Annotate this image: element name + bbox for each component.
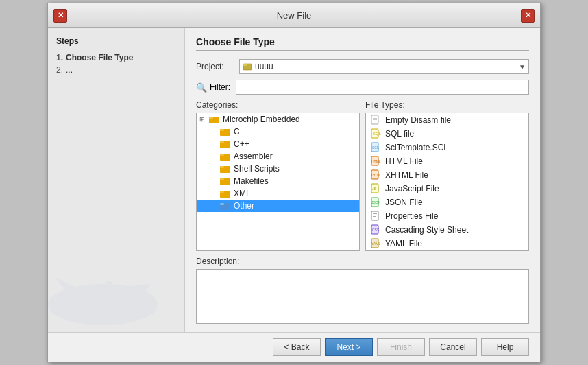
filetype-html[interactable]: HTML HTML File	[366, 154, 528, 168]
filetype-css[interactable]: CSS Cascading Style Sheet	[366, 223, 528, 237]
filetype-properties[interactable]: Properties File	[366, 209, 528, 223]
file-icon: YAML	[370, 238, 381, 249]
svg-rect-3	[106, 281, 112, 301]
file-icon: SCL	[370, 142, 381, 153]
finish-button[interactable]: Finish	[377, 338, 425, 356]
svg-rect-7	[209, 117, 213, 119]
svg-text:JS: JS	[372, 187, 377, 191]
folder-icon	[220, 189, 231, 198]
svg-rect-21	[220, 203, 224, 205]
filetype-label: Empty Disasm file	[385, 115, 451, 125]
filter-label-wrap: 🔍 Filter:	[196, 82, 230, 93]
filetype-label: SQL file	[385, 129, 414, 139]
svg-text:HTML: HTML	[371, 159, 381, 163]
description-textarea[interactable]	[196, 269, 529, 324]
folder-icon	[220, 127, 231, 137]
filetypes-column: File Types: Empty Disasm file SQL SQL fi…	[365, 100, 529, 251]
filetype-label: SclTemplate.SCL	[385, 143, 448, 152]
categories-tree[interactable]: ⊞ Microchip Embedded C C++	[196, 113, 360, 251]
category-label: C++	[234, 139, 249, 149]
back-button[interactable]: < Back	[273, 338, 321, 356]
svg-rect-23	[373, 118, 377, 119]
step-1-number: 1.	[56, 53, 63, 62]
file-icon: HTML	[370, 156, 381, 167]
filter-input[interactable]	[236, 80, 529, 95]
svg-rect-40	[373, 215, 377, 215]
filetype-label: XHTML File	[385, 170, 428, 180]
category-other[interactable]: Other	[197, 200, 359, 212]
category-cpp[interactable]: C++	[197, 138, 359, 150]
filetype-xhtml[interactable]: XHTML XHTML File	[366, 168, 528, 182]
file-icon	[370, 211, 381, 222]
svg-rect-41	[373, 216, 376, 217]
category-c[interactable]: C	[197, 126, 359, 138]
file-icon	[370, 115, 381, 126]
categories-filetypes-section: Categories: ⊞ Microchip Embedded C	[196, 100, 529, 251]
folder-icon	[209, 115, 220, 124]
filter-row: 🔍 Filter:	[196, 80, 529, 95]
filetype-javascript[interactable]: JS JavaScript File	[366, 182, 528, 196]
category-label: XML	[234, 189, 251, 198]
steps-panel: Steps 1. Choose File Type 2. ...	[48, 28, 185, 332]
svg-rect-15	[220, 166, 224, 168]
filter-label: Filter:	[210, 82, 230, 92]
category-microchip-embedded[interactable]: ⊞ Microchip Embedded	[197, 113, 359, 126]
category-assembler[interactable]: Assembler	[197, 150, 359, 163]
file-icon: CSS	[370, 224, 381, 235]
project-value: uuuu	[255, 62, 519, 71]
description-section: Description:	[196, 257, 529, 324]
category-label: Makefiles	[234, 176, 269, 186]
file-icon: SQL	[370, 128, 381, 139]
svg-rect-13	[220, 154, 224, 156]
svg-text:YAML: YAML	[371, 242, 380, 246]
filetype-sql[interactable]: SQL SQL file	[366, 127, 528, 141]
filetypes-list[interactable]: Empty Disasm file SQL SQL file SCL SclTe…	[365, 113, 529, 251]
category-shell-scripts[interactable]: Shell Scripts	[197, 163, 359, 175]
new-file-dialog: ✕ New File ✕ Steps 1. Choose File Type 2…	[47, 3, 541, 362]
main-panel: Choose File Type Project: uuuu ▼	[185, 28, 540, 332]
step-1: 1. Choose File Type	[56, 53, 176, 62]
filetype-json[interactable]: JSON JSON File	[366, 196, 528, 209]
close-icon-right[interactable]: ✕	[521, 9, 535, 23]
svg-text:JSON: JSON	[371, 200, 381, 204]
step-2: 2. ...	[56, 65, 176, 75]
folder-icon	[220, 139, 231, 149]
category-label: Microchip Embedded	[223, 115, 300, 124]
svg-rect-19	[220, 191, 224, 193]
svg-text:SQL: SQL	[373, 132, 381, 136]
svg-rect-11	[220, 141, 224, 143]
category-makefiles[interactable]: Makefiles	[197, 175, 359, 187]
svg-text:SCL: SCL	[372, 145, 379, 150]
category-label: Other	[234, 201, 254, 211]
cancel-button[interactable]: Cancel	[429, 338, 477, 356]
category-label: C	[234, 127, 240, 137]
dialog-footer: < Back Next > Finish Cancel Help	[48, 332, 540, 362]
next-button[interactable]: Next >	[325, 338, 373, 356]
watermark-graphic	[48, 236, 164, 332]
filetype-label: JSON File	[385, 198, 423, 207]
svg-rect-17	[220, 178, 224, 180]
close-icon-left[interactable]: ✕	[53, 9, 67, 23]
svg-text:CSS: CSS	[372, 228, 380, 232]
step-1-label: Choose File Type	[66, 53, 133, 62]
project-label: Project:	[196, 62, 234, 71]
title-bar: ✕ New File ✕	[48, 3, 540, 28]
steps-title: Steps	[56, 36, 176, 46]
project-select[interactable]: uuuu ▼	[239, 59, 529, 74]
svg-rect-24	[373, 119, 377, 120]
svg-text:XHTML: XHTML	[371, 174, 381, 177]
filetype-yaml[interactable]: YAML YAML File	[366, 237, 528, 250]
filetype-label: YAML File	[385, 239, 422, 248]
svg-rect-39	[373, 213, 377, 214]
filetype-empty-disasm[interactable]: Empty Disasm file	[366, 113, 528, 127]
folder-icon	[220, 201, 231, 211]
help-button[interactable]: Help	[481, 338, 529, 356]
category-xml[interactable]: XML	[197, 187, 359, 200]
filetype-scltemplate[interactable]: SCL SclTemplate.SCL	[366, 141, 528, 154]
folder-icon	[220, 152, 231, 161]
filetype-label: HTML File	[385, 156, 423, 166]
filetypes-label: File Types:	[365, 100, 529, 110]
dialog-title: New File	[277, 10, 312, 21]
categories-label: Categories:	[196, 100, 360, 110]
filetype-label: Cascading Style Sheet	[385, 225, 468, 235]
